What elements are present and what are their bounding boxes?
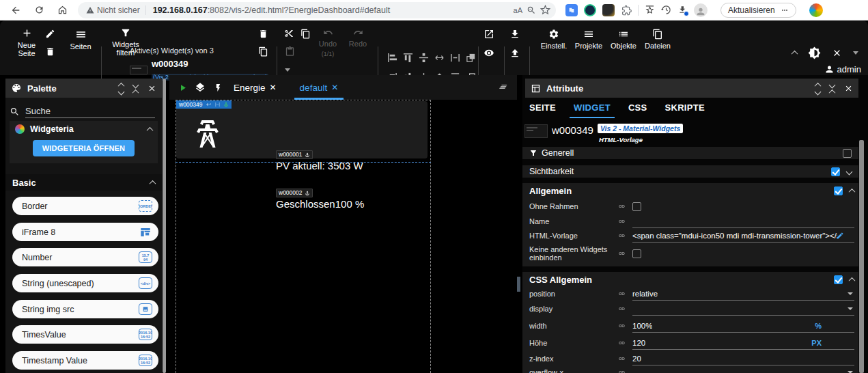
open-runtime-icon[interactable] (484, 29, 494, 40)
display-select[interactable] (632, 302, 854, 316)
position-select[interactable]: relative (632, 287, 854, 301)
pages-menu-button[interactable]: Seiten (67, 29, 94, 51)
align-top-icon[interactable] (400, 48, 416, 68)
section-generell[interactable]: Generell (522, 147, 858, 159)
unfold-icon[interactable] (815, 83, 820, 94)
height-unit-button[interactable]: PX (811, 339, 822, 347)
new-page-button[interactable]: Neue Seite (12, 27, 41, 57)
profile-avatar[interactable] (694, 3, 708, 17)
delete-page-button[interactable] (45, 46, 55, 57)
close-tab-icon[interactable]: ✕ (331, 83, 338, 92)
export-widgets-icon[interactable] (509, 48, 520, 59)
link-icon[interactable] (617, 355, 627, 362)
name-input[interactable] (632, 215, 854, 228)
objects-button[interactable]: Objekte (608, 29, 639, 50)
allgemein-header[interactable]: Allgemein (522, 184, 858, 197)
redo-button[interactable]: Redo (346, 27, 370, 48)
copilot-icon[interactable] (809, 3, 823, 17)
tab-skripte[interactable]: SKRIPTE (665, 102, 705, 115)
zoom-out-icon[interactable] (527, 5, 536, 15)
rename-page-button[interactable] (45, 29, 55, 39)
collapse-toolbar-icon[interactable] (792, 51, 797, 55)
align-vertical-center-icon[interactable] (416, 48, 432, 68)
tab-seite[interactable]: SEITE (529, 102, 556, 115)
update-button[interactable]: Aktualisieren (720, 3, 796, 18)
palette-widget-iframe8[interactable]: iFrame 8 (12, 223, 158, 241)
zindex-input[interactable]: 20 (632, 352, 854, 365)
delete-widget-button[interactable] (258, 29, 268, 39)
collections-icon[interactable] (645, 5, 655, 15)
link-icon[interactable] (617, 305, 627, 312)
chevron-up-icon[interactable] (147, 126, 154, 133)
layers-icon[interactable] (191, 82, 209, 93)
tab-css[interactable]: CSS (628, 102, 647, 115)
more-dots-icon[interactable] (781, 6, 789, 14)
css-allgemein-header[interactable]: CSS Allgemein (522, 273, 858, 286)
same-width-icon[interactable] (432, 48, 447, 68)
palette-widget-string-img-src[interactable]: String img src (12, 300, 158, 318)
widgeteria-section-header[interactable]: Widgeteria (10, 121, 158, 137)
close-tab-icon[interactable]: ✕ (270, 83, 277, 92)
unfold-icon[interactable] (119, 83, 124, 94)
palette-widget-string-unescaped[interactable]: String (unescaped) <div> (12, 274, 158, 292)
home-icon[interactable] (53, 1, 71, 19)
overflow-x-select[interactable] (632, 365, 854, 373)
palette-widget-number[interactable]: Number 15.794 (12, 248, 158, 266)
canvas-widget-w000001[interactable]: PV aktuell: 3503 W (276, 160, 363, 171)
clone-widget-button[interactable] (258, 46, 268, 57)
preview-eye-icon[interactable] (483, 48, 495, 58)
chevron-down-icon[interactable] (846, 168, 853, 175)
close-editor-icon[interactable] (832, 48, 842, 58)
run-view-icon[interactable] (173, 83, 191, 93)
tab-menu-icon[interactable] (498, 83, 509, 92)
more-menu-icon[interactable] (853, 51, 858, 55)
generell-checkbox[interactable] (843, 149, 852, 158)
collapse-panel-icon[interactable] (830, 83, 835, 94)
import-widgets-icon[interactable] (509, 29, 520, 40)
extensions-puzzle-icon[interactable] (621, 5, 632, 16)
link-icon[interactable] (617, 203, 627, 210)
width-unit-button[interactable]: % (815, 322, 822, 330)
align-left-icon[interactable] (384, 48, 400, 68)
palette-widget-timesvalue[interactable]: TimesValue 2016.1016:52 (12, 325, 158, 344)
keine-widgets-checkbox[interactable] (632, 249, 641, 258)
projects-button[interactable]: Projekte (572, 29, 605, 50)
cut-icon[interactable] (283, 29, 294, 39)
files-button[interactable]: Dateien (642, 29, 673, 50)
globe-extension-icon[interactable] (602, 4, 615, 16)
close-panel-icon[interactable] (844, 84, 853, 93)
distribute-horizontal-icon[interactable] (447, 48, 463, 68)
green-extension-icon[interactable] (584, 4, 596, 16)
link-icon[interactable] (617, 290, 627, 297)
address-bar[interactable]: Nicht sicher 192.168.0.167:8082/vis-2/ed… (78, 2, 556, 18)
translate-page-icon[interactable]: aA (514, 6, 522, 14)
palette-widget-timestamp[interactable]: Timestamp Value 2016.1016:52 (12, 351, 158, 370)
basic-section-header[interactable]: Basic (5, 174, 162, 191)
link-icon[interactable] (617, 232, 627, 239)
site-security-chip[interactable]: Nicht sicher (83, 5, 146, 15)
url-text[interactable]: 192.168.0.167:8082/vis-2/edit.html?Energ… (153, 5, 514, 15)
collapse-panel-icon[interactable] (133, 83, 138, 94)
tab-widget[interactable]: WIDGET (574, 102, 611, 115)
width-input[interactable]: 100% % (632, 319, 854, 333)
section-sichtbarkeit[interactable]: Sichtbarkeit (522, 165, 858, 178)
view-tab-default[interactable]: default ✕ (293, 75, 346, 100)
css-allgemein-checkbox[interactable] (834, 275, 843, 284)
close-panel-icon[interactable] (148, 84, 156, 93)
downloads-icon[interactable] (677, 5, 688, 15)
sichtbarkeit-checkbox[interactable] (831, 167, 840, 176)
bring-to-front-icon[interactable] (463, 48, 479, 68)
link-icon[interactable] (617, 218, 627, 225)
undo-button[interactable]: Undo (1/1) (316, 27, 340, 58)
paste-icon[interactable] (285, 46, 295, 57)
chevron-up-icon[interactable] (150, 180, 156, 186)
palette-scrollbar[interactable] (163, 79, 166, 373)
chevron-up-icon[interactable] (849, 277, 856, 284)
link-icon[interactable] (617, 340, 627, 346)
chevron-up-icon[interactable] (849, 188, 856, 195)
html-vorlage-input[interactable]: <span class="mdui-icon50 mdi mdi-transmi… (632, 229, 854, 243)
height-input[interactable]: 120 PX (632, 336, 854, 350)
settings-button[interactable]: Einstell. (538, 29, 570, 50)
bolt-icon[interactable] (209, 83, 227, 93)
view-tab-energie[interactable]: Energie ✕ (227, 75, 283, 100)
